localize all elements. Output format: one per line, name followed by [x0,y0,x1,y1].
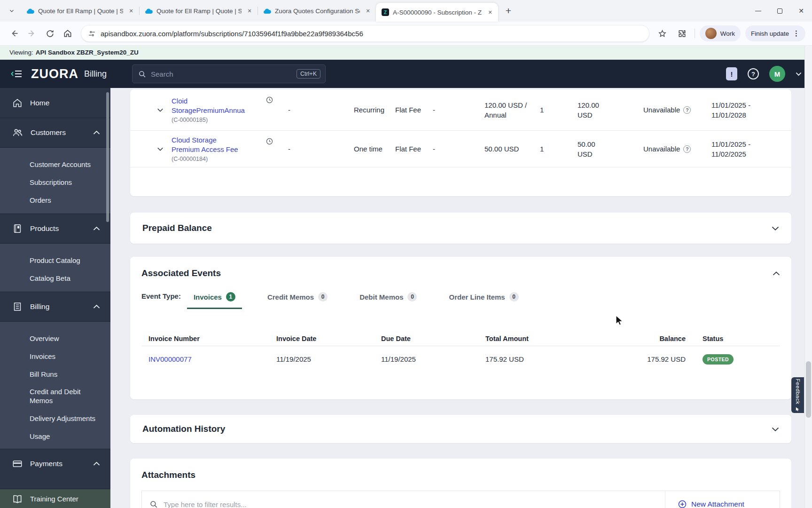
window-controls: ✕ [747,0,812,22]
minimize-icon [755,11,761,11]
browser-tab-1[interactable]: Quote for Ell Ramp | Quote | Sa ✕ [21,2,139,19]
table-row: Cloid StoragePremiumAnnua (C-00000185) -… [130,89,791,131]
automation-history-section[interactable]: Automation History [130,415,791,443]
cell-dash: - [433,106,484,114]
chevron-up-icon[interactable] [773,271,780,276]
sidebar-item-subscriptions[interactable]: Subscriptions [0,173,110,191]
global-search[interactable]: Ctrl+K [132,64,326,83]
sidebar-item-label: Catalog Beta [30,274,70,282]
sidebar-item-home[interactable]: Home [0,88,110,118]
cell-charge-type: Recurring [354,106,395,114]
tab-label: Debit Memos [359,293,403,301]
cell-dates: 11/01/2025 - 11/01/2028 [711,100,784,120]
sidebar-item-label: Delivery Adjustments [30,414,95,422]
sidebar-item-bill-runs[interactable]: Bill Runs [0,365,110,383]
header-right: ! ? M [726,60,802,88]
associated-events-section: Associated Events Event Type: Invoices 1… [130,257,791,399]
toolbar-divider [695,29,695,38]
chevron-up-icon [93,130,100,135]
sidebar-scrollbar-thumb[interactable] [106,92,109,222]
help-circle-icon[interactable]: ? [683,145,691,153]
tab-invoices[interactable]: Invoices 1 [187,291,242,309]
sidebar-item-customer-accounts[interactable]: Customer Accounts [0,155,110,173]
table-row: Cloud Storage Premium Access Fee (C-0000… [130,131,791,167]
tab-order-line-items[interactable]: Order Line Items 0 [442,291,525,309]
close-button[interactable]: ✕ [790,0,812,22]
search-input[interactable] [151,70,297,78]
billing-icon [12,302,23,312]
bookmark-star-button[interactable] [655,26,670,41]
zuora-logo: ZUORA [31,67,78,81]
finish-update-button[interactable]: Finish update ⋮ [745,25,805,41]
new-attachment-button[interactable]: New Attachment [665,491,780,508]
maximize-button[interactable] [769,0,790,22]
attachments-filter-input[interactable] [164,500,665,508]
extensions-button[interactable] [675,26,690,41]
home-icon [12,98,23,108]
tab-title: Zuora Quotes Configuration Se [275,8,360,15]
new-tab-button[interactable]: + [502,4,515,17]
scrollbar-thumb[interactable] [806,361,811,418]
chevron-up-icon [93,226,100,231]
sidebar-item-usage[interactable]: Usage [0,427,110,445]
sidebar-item-training-center[interactable]: Training Center [0,489,110,508]
tab-label: Credit Memos [267,293,314,301]
sidebar-item-billing[interactable]: Billing [0,292,110,321]
url-bar[interactable]: apisandbox.zuora.com/platform/subscripti… [81,25,649,42]
chevron-down-icon[interactable] [772,427,779,432]
browser-tab-4-active[interactable]: Z A-S00000090 - Subscription - Z ✕ [376,3,498,22]
sidebar-item-overview[interactable]: Overview [0,329,110,347]
feedback-tab[interactable]: Feedback [791,377,804,413]
chevron-up-icon [93,461,100,466]
sidebar-item-invoices[interactable]: Invoices [0,347,110,365]
invoice-link[interactable]: INV00000077 [148,355,192,363]
page-scrollbar[interactable] [804,46,812,508]
sidebar-item-orders[interactable]: Orders [0,191,110,209]
tab-close-icon[interactable]: ✕ [364,7,372,15]
announcements-icon[interactable]: ! [726,67,737,80]
sidebar-item-catalog-beta[interactable]: Catalog Beta [0,269,110,287]
column-header: Invoice Date [276,335,381,342]
prepaid-balance-section[interactable]: Prepaid Balance [130,213,791,244]
tab-credit-memos[interactable]: Credit Memos 0 [261,291,334,309]
chevron-down-icon[interactable] [772,226,779,231]
sidebar-item-delivery-adjustments[interactable]: Delivery Adjustments [0,409,110,427]
sidebar-submenu-billing: Overview Invoices Bill Runs Credit and D… [0,321,110,449]
sidebar-item-label: Credit and Debit Memos [30,387,95,405]
browser-tab-2[interactable]: Quote for Ell Ramp | Quote | Sa ✕ [139,2,258,19]
reload-button[interactable] [42,26,57,41]
sidebar-item-label: Overview [30,334,59,342]
rate-plan-charges-card: Cloid StoragePremiumAnnua (C-00000185) -… [130,89,791,196]
sidebar-collapse-button[interactable] [10,69,23,79]
help-icon[interactable]: ? [748,68,759,79]
sidebar-item-customers[interactable]: Customers [0,118,110,147]
tab-search-button[interactable] [6,5,18,17]
tab-close-icon[interactable]: ✕ [245,7,254,15]
browser-tab-3[interactable]: Zuora Quotes Configuration Se ✕ [258,2,376,19]
chevron-down-icon[interactable] [796,72,802,76]
sidebar-item-payments[interactable]: Payments [0,449,110,478]
column-header: Total Amount [485,335,593,342]
tab-close-icon[interactable]: ✕ [486,8,494,16]
sidebar-item-credit-debit-memos[interactable]: Credit and Debit Memos [0,383,110,409]
row-expander[interactable] [149,108,172,112]
help-circle-icon[interactable]: ? [683,106,691,114]
sidebar-item-product-catalog[interactable]: Product Catalog [0,251,110,269]
sidebar-item-label: Home [30,99,100,107]
browser-profile-button[interactable]: Work [700,25,741,41]
row-expander[interactable] [149,147,172,151]
user-avatar[interactable]: M [769,66,785,82]
environment-name: API Sandbox ZBZR_System20_ZU [36,49,139,56]
browser-tabstrip: Quote for Ell Ramp | Quote | Sa ✕ Quote … [0,0,812,22]
charge-link[interactable]: Cloid StoragePremiumAnnua [172,96,244,116]
tab-close-icon[interactable]: ✕ [127,7,135,15]
tab-debit-memos[interactable]: Debit Memos 0 [353,291,423,309]
forward-button[interactable] [24,26,39,41]
browser-menu-icon[interactable]: ⋮ [793,29,800,38]
cell-dash: - [288,106,354,114]
home-button[interactable] [60,26,75,41]
minimize-button[interactable] [747,0,769,22]
back-button[interactable] [7,26,22,41]
sidebar-item-products[interactable]: Products [0,214,110,243]
charge-link[interactable]: Cloud Storage Premium Access Fee [172,135,244,155]
